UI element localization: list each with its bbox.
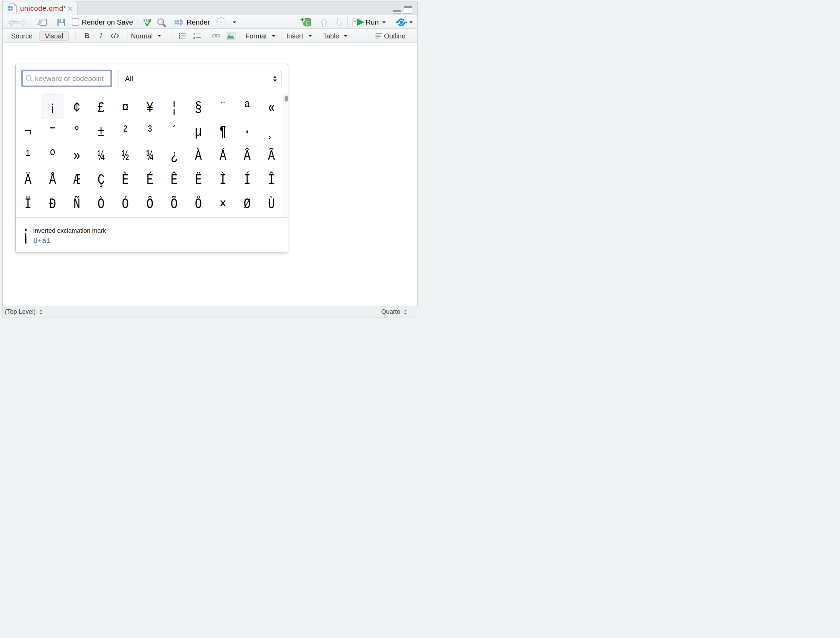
svg-text:C: C bbox=[306, 20, 309, 26]
svg-text:2: 2 bbox=[193, 36, 195, 39]
